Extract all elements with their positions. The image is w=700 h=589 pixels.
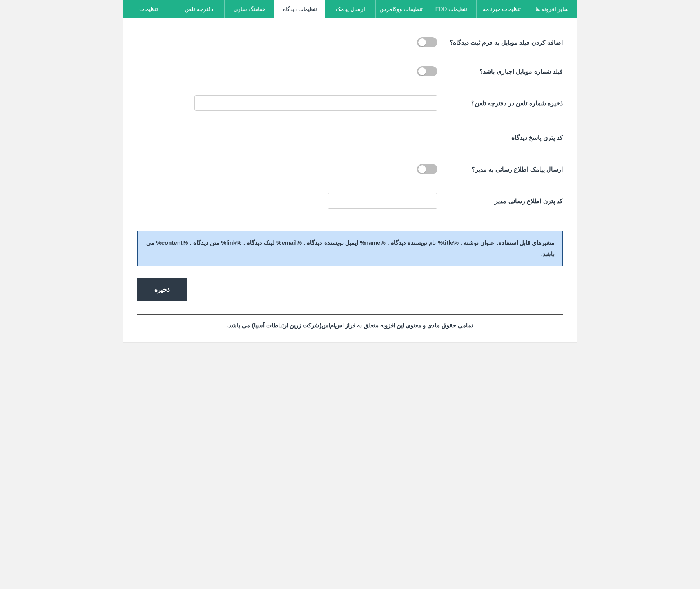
save-button-wrap: ذخیره xyxy=(123,278,577,305)
variables-info-box: متغیرهای قابل استفاده: عنوان نوشته : %ti… xyxy=(137,231,563,266)
label-add-mobile-field: اضافه کردن فیلد موبایل به فرم ثبت دیدگاه… xyxy=(437,39,563,46)
toggle-notify-admin[interactable] xyxy=(417,164,437,174)
tab-send-sms[interactable]: ارسال پیامک xyxy=(325,0,375,18)
form-area: اضافه کردن فیلد موبایل به فرم ثبت دیدگاه… xyxy=(123,18,577,231)
tab-phonebook[interactable]: دفترچه تلفن xyxy=(174,0,224,18)
tab-sync[interactable]: هماهنگ سازی xyxy=(224,0,275,18)
tab-newsletter[interactable]: تنظیمات خبرنامه xyxy=(476,0,527,18)
label-reply-pattern: کد پترن پاسخ دیدگاه xyxy=(437,134,563,141)
tab-bar: تنظیمات دفترچه تلفن هماهنگ سازی تنظیمات … xyxy=(123,0,577,18)
label-admin-pattern: کد پترن اطلاع رسانی مدیر xyxy=(437,197,563,205)
input-admin-pattern[interactable] xyxy=(328,193,437,209)
settings-panel: تنظیمات دفترچه تلفن هماهنگ سازی تنظیمات … xyxy=(123,0,577,343)
label-mobile-required: فیلد شماره موبایل اجباری باشد؟ xyxy=(437,68,563,75)
toggle-mobile-required[interactable] xyxy=(417,66,437,76)
input-save-phonebook[interactable] xyxy=(194,95,437,111)
tab-other-plugins[interactable]: سایر افزونه ها xyxy=(527,0,577,18)
toggle-knob-icon xyxy=(418,165,426,173)
tab-comment-settings[interactable]: تنظیمات دیدگاه xyxy=(274,0,325,18)
footer-copyright: تمامی حقوق مادی و معنوی این افزونه متعلق… xyxy=(123,320,577,333)
toggle-knob-icon xyxy=(418,67,426,75)
tab-settings[interactable]: تنظیمات xyxy=(123,0,174,18)
row-reply-pattern: کد پترن پاسخ دیدگاه xyxy=(137,130,563,145)
input-reply-pattern[interactable] xyxy=(328,130,437,145)
save-button[interactable]: ذخیره xyxy=(137,278,187,301)
row-add-mobile-field: اضافه کردن فیلد موبایل به فرم ثبت دیدگاه… xyxy=(137,37,563,47)
row-save-phonebook: ذخیره شماره تلفن در دفترچه تلفن؟ xyxy=(137,95,563,111)
label-notify-admin: ارسال پیامک اطلاع رسانی به مدیر؟ xyxy=(437,166,563,173)
tab-edd[interactable]: تنظیمات EDD xyxy=(426,0,477,18)
tab-woocommerce[interactable]: تنظیمات ووکامرس xyxy=(375,0,426,18)
toggle-add-mobile-field[interactable] xyxy=(417,37,437,47)
toggle-knob-icon xyxy=(418,38,426,46)
row-admin-pattern: کد پترن اطلاع رسانی مدیر xyxy=(137,193,563,209)
row-notify-admin: ارسال پیامک اطلاع رسانی به مدیر؟ xyxy=(137,164,563,174)
row-mobile-required: فیلد شماره موبایل اجباری باشد؟ xyxy=(137,66,563,76)
label-save-phonebook: ذخیره شماره تلفن در دفترچه تلفن؟ xyxy=(437,99,563,107)
footer-separator xyxy=(137,314,563,315)
